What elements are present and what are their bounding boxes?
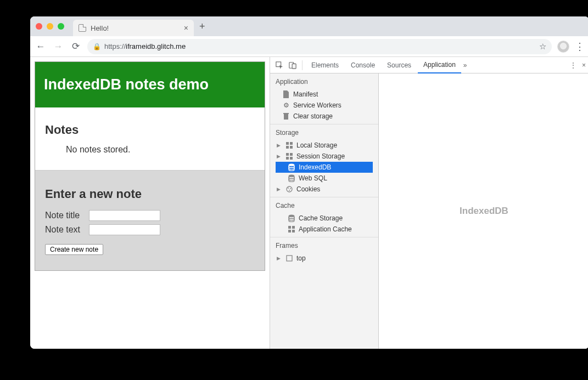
group-label: Storage: [276, 129, 373, 137]
chevron-right-icon: ▶: [277, 256, 282, 261]
sidebar-item-label: Cache Storage: [299, 214, 343, 222]
inspect-element-icon[interactable]: [273, 61, 285, 69]
sidebar-item-cookies[interactable]: ▶ Cookies: [276, 184, 373, 195]
create-note-button[interactable]: Create new note: [45, 244, 103, 255]
tab-title: Hello!: [91, 24, 109, 32]
group-label: Cache: [276, 202, 373, 209]
sidebar-item-manifest[interactable]: Manifest: [276, 89, 373, 100]
page-viewport: IndexedDB notes demo Notes No notes stor…: [30, 57, 270, 349]
svg-rect-2: [292, 64, 296, 69]
demo-header: IndexedDB notes demo: [35, 62, 265, 107]
svg-rect-29: [292, 230, 295, 232]
svg-rect-30: [287, 256, 292, 261]
note-text-input[interactable]: [89, 224, 160, 235]
sidebar-item-app-cache[interactable]: Application Cache: [276, 224, 373, 235]
sidebar-item-cache-storage[interactable]: Cache Storage: [276, 213, 373, 224]
gear-icon: ⚙: [282, 101, 290, 109]
sidebar-item-label: Service Workers: [293, 101, 341, 109]
sidebar-item-session-storage[interactable]: ▶ Session Storage: [276, 151, 373, 162]
frame-icon: [285, 254, 293, 262]
sidebar-item-label: Cookies: [296, 185, 320, 193]
trash-icon: [282, 112, 290, 120]
sidebar-item-indexeddb[interactable]: IndexedDB: [276, 162, 373, 173]
browser-window: Hello! × + ← → ⟳ 🔒 https://iframeidb.gli…: [30, 16, 588, 349]
note-title-input[interactable]: [89, 210, 160, 221]
tab-console[interactable]: Console: [345, 57, 380, 73]
lock-icon: 🔒: [93, 43, 101, 50]
sidebar-item-clear-storage[interactable]: Clear storage: [276, 111, 373, 122]
sidebar-item-label: Application Cache: [299, 225, 352, 233]
url-text: https://iframeidb.glitch.me: [104, 42, 186, 50]
tab-application[interactable]: Application: [418, 57, 461, 73]
svg-rect-26: [288, 226, 291, 229]
sidebar-item-websql[interactable]: Web SQL: [276, 173, 373, 184]
group-label: Frames: [276, 242, 373, 249]
close-window-button[interactable]: [36, 23, 42, 30]
grid-icon: [285, 152, 293, 160]
sidebar-item-label: Manifest: [293, 90, 318, 98]
chevron-right-icon: ▶: [277, 186, 282, 192]
bookmark-star-icon[interactable]: ☆: [539, 42, 546, 52]
new-tab-button[interactable]: +: [199, 21, 205, 32]
file-icon: [282, 90, 290, 98]
svg-point-19: [287, 186, 292, 192]
form-heading: Enter a new note: [45, 187, 255, 201]
devtools-tabbar: Elements Console Sources Application » ⋮…: [270, 57, 588, 73]
back-button[interactable]: ←: [35, 41, 47, 52]
sidebar-item-service-workers[interactable]: ⚙ Service Workers: [276, 100, 373, 111]
svg-rect-11: [286, 157, 289, 160]
sidebar-item-label: Session Storage: [296, 152, 345, 160]
chevron-right-icon: ▶: [277, 143, 282, 148]
sidebar-item-label: top: [296, 254, 306, 262]
tab-sources[interactable]: Sources: [382, 57, 417, 73]
chevron-right-icon: ▶: [277, 154, 282, 159]
group-cache: Cache Cache Storage Application Cache: [270, 197, 378, 237]
grid-icon: [288, 225, 295, 233]
svg-rect-28: [288, 230, 291, 232]
maximize-window-button[interactable]: [58, 23, 64, 30]
profile-avatar[interactable]: [557, 41, 569, 53]
devtools-menu-icon[interactable]: ⋮: [570, 61, 576, 69]
sidebar-item-label: Local Storage: [296, 141, 337, 149]
devtools-body: Application Manifest ⚙ Service Workers: [270, 73, 588, 349]
grid-icon: [285, 141, 293, 149]
content-area: IndexedDB notes demo Notes No notes stor…: [30, 57, 588, 349]
svg-rect-6: [290, 142, 293, 145]
minimize-window-button[interactable]: [47, 23, 53, 30]
browser-menu-button[interactable]: ⋮: [575, 41, 585, 53]
forward-button[interactable]: →: [52, 41, 64, 52]
notes-heading: Notes: [45, 123, 255, 137]
sidebar-item-local-storage[interactable]: ▶ Local Storage: [276, 140, 373, 151]
tab-elements[interactable]: Elements: [306, 57, 344, 73]
devtools-close-icon[interactable]: ×: [582, 61, 586, 69]
svg-rect-10: [290, 153, 293, 156]
divider: [302, 60, 303, 70]
sidebar-item-label: IndexedDB: [299, 163, 331, 171]
new-note-form: Enter a new note Note title Note text Cr…: [35, 170, 265, 270]
device-toolbar-icon[interactable]: [287, 61, 299, 69]
svg-point-20: [288, 188, 289, 189]
close-tab-button[interactable]: ×: [184, 24, 188, 32]
demo-body: Notes No notes stored.: [35, 107, 265, 155]
svg-rect-12: [290, 157, 293, 160]
devtools-main-pane: IndexedDB: [379, 73, 588, 349]
svg-rect-5: [286, 142, 289, 145]
page-icon: [79, 24, 86, 32]
address-bar[interactable]: 🔒 https://iframeidb.glitch.me ☆: [87, 39, 552, 54]
devtools-panel: Elements Console Sources Application » ⋮…: [270, 57, 588, 349]
sidebar-item-top-frame[interactable]: ▶ top: [276, 253, 373, 264]
browser-tab[interactable]: Hello! ×: [73, 20, 194, 36]
database-icon: [288, 174, 295, 182]
note-title-label: Note title: [45, 211, 86, 220]
cookie-icon: [285, 185, 293, 193]
svg-rect-4: [283, 113, 289, 114]
main-placeholder-text: IndexedDB: [460, 206, 508, 217]
browser-toolbar: ← → ⟳ 🔒 https://iframeidb.glitch.me ☆ ⋮: [30, 36, 588, 57]
group-frames: Frames ▶ top: [270, 237, 378, 266]
reload-button[interactable]: ⟳: [70, 41, 82, 52]
database-icon: [288, 214, 295, 222]
svg-point-21: [290, 188, 291, 189]
empty-message: No notes stored.: [66, 145, 255, 155]
database-icon: [288, 163, 295, 171]
more-tabs-icon[interactable]: »: [463, 61, 467, 69]
